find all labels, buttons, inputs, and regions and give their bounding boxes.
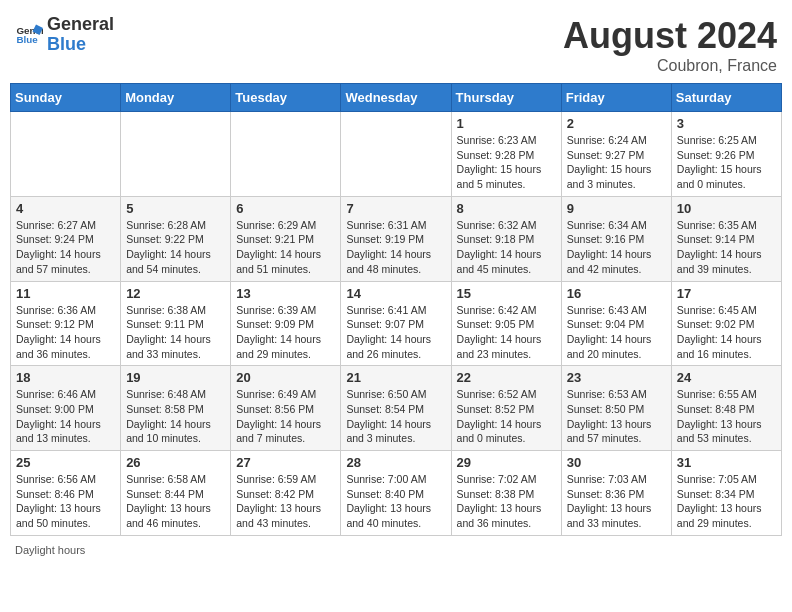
- calendar-header-row: SundayMondayTuesdayWednesdayThursdayFrid…: [11, 84, 782, 112]
- day-info: Sunrise: 7:00 AMSunset: 8:40 PMDaylight:…: [346, 472, 445, 531]
- day-number: 26: [126, 455, 225, 470]
- calendar-cell: [341, 112, 451, 197]
- calendar-cell: 26Sunrise: 6:58 AMSunset: 8:44 PMDayligh…: [121, 451, 231, 536]
- calendar-cell: 13Sunrise: 6:39 AMSunset: 9:09 PMDayligh…: [231, 281, 341, 366]
- calendar-cell: 1Sunrise: 6:23 AMSunset: 9:28 PMDaylight…: [451, 112, 561, 197]
- day-number: 9: [567, 201, 666, 216]
- day-number: 25: [16, 455, 115, 470]
- calendar-cell: 23Sunrise: 6:53 AMSunset: 8:50 PMDayligh…: [561, 366, 671, 451]
- calendar-cell: 20Sunrise: 6:49 AMSunset: 8:56 PMDayligh…: [231, 366, 341, 451]
- day-info: Sunrise: 6:56 AMSunset: 8:46 PMDaylight:…: [16, 472, 115, 531]
- day-number: 17: [677, 286, 776, 301]
- logo: General Blue General Blue: [15, 15, 114, 55]
- calendar-cell: 14Sunrise: 6:41 AMSunset: 9:07 PMDayligh…: [341, 281, 451, 366]
- day-info: Sunrise: 6:52 AMSunset: 8:52 PMDaylight:…: [457, 387, 556, 446]
- day-number: 19: [126, 370, 225, 385]
- day-info: Sunrise: 6:49 AMSunset: 8:56 PMDaylight:…: [236, 387, 335, 446]
- header: General Blue General Blue August 2024 Co…: [10, 10, 782, 75]
- calendar-cell: 7Sunrise: 6:31 AMSunset: 9:19 PMDaylight…: [341, 196, 451, 281]
- calendar-cell: 5Sunrise: 6:28 AMSunset: 9:22 PMDaylight…: [121, 196, 231, 281]
- calendar-cell: 6Sunrise: 6:29 AMSunset: 9:21 PMDaylight…: [231, 196, 341, 281]
- day-info: Sunrise: 6:39 AMSunset: 9:09 PMDaylight:…: [236, 303, 335, 362]
- calendar-week-row: 4Sunrise: 6:27 AMSunset: 9:24 PMDaylight…: [11, 196, 782, 281]
- calendar-cell: [231, 112, 341, 197]
- calendar-cell: 16Sunrise: 6:43 AMSunset: 9:04 PMDayligh…: [561, 281, 671, 366]
- day-number: 18: [16, 370, 115, 385]
- day-info: Sunrise: 6:24 AMSunset: 9:27 PMDaylight:…: [567, 133, 666, 192]
- calendar-cell: 12Sunrise: 6:38 AMSunset: 9:11 PMDayligh…: [121, 281, 231, 366]
- calendar-cell: 11Sunrise: 6:36 AMSunset: 9:12 PMDayligh…: [11, 281, 121, 366]
- day-number: 12: [126, 286, 225, 301]
- calendar-week-row: 25Sunrise: 6:56 AMSunset: 8:46 PMDayligh…: [11, 451, 782, 536]
- calendar-cell: 21Sunrise: 6:50 AMSunset: 8:54 PMDayligh…: [341, 366, 451, 451]
- day-info: Sunrise: 6:45 AMSunset: 9:02 PMDaylight:…: [677, 303, 776, 362]
- footer: Daylight hours: [10, 544, 782, 556]
- calendar-cell: 30Sunrise: 7:03 AMSunset: 8:36 PMDayligh…: [561, 451, 671, 536]
- calendar-day-header: Sunday: [11, 84, 121, 112]
- day-info: Sunrise: 6:34 AMSunset: 9:16 PMDaylight:…: [567, 218, 666, 277]
- day-number: 20: [236, 370, 335, 385]
- day-number: 21: [346, 370, 445, 385]
- calendar-day-header: Thursday: [451, 84, 561, 112]
- day-info: Sunrise: 6:32 AMSunset: 9:18 PMDaylight:…: [457, 218, 556, 277]
- day-info: Sunrise: 6:25 AMSunset: 9:26 PMDaylight:…: [677, 133, 776, 192]
- day-number: 31: [677, 455, 776, 470]
- day-info: Sunrise: 6:23 AMSunset: 9:28 PMDaylight:…: [457, 133, 556, 192]
- day-info: Sunrise: 6:29 AMSunset: 9:21 PMDaylight:…: [236, 218, 335, 277]
- calendar-cell: 8Sunrise: 6:32 AMSunset: 9:18 PMDaylight…: [451, 196, 561, 281]
- day-number: 23: [567, 370, 666, 385]
- day-info: Sunrise: 6:42 AMSunset: 9:05 PMDaylight:…: [457, 303, 556, 362]
- day-number: 15: [457, 286, 556, 301]
- day-info: Sunrise: 6:48 AMSunset: 8:58 PMDaylight:…: [126, 387, 225, 446]
- day-number: 8: [457, 201, 556, 216]
- day-number: 1: [457, 116, 556, 131]
- day-number: 14: [346, 286, 445, 301]
- calendar-cell: 10Sunrise: 6:35 AMSunset: 9:14 PMDayligh…: [671, 196, 781, 281]
- day-number: 28: [346, 455, 445, 470]
- day-number: 11: [16, 286, 115, 301]
- day-number: 3: [677, 116, 776, 131]
- calendar-cell: 19Sunrise: 6:48 AMSunset: 8:58 PMDayligh…: [121, 366, 231, 451]
- calendar-day-header: Monday: [121, 84, 231, 112]
- day-info: Sunrise: 6:36 AMSunset: 9:12 PMDaylight:…: [16, 303, 115, 362]
- calendar-cell: 18Sunrise: 6:46 AMSunset: 9:00 PMDayligh…: [11, 366, 121, 451]
- title-block: August 2024 Coubron, France: [563, 15, 777, 75]
- daylight-label: Daylight hours: [15, 544, 85, 556]
- day-number: 2: [567, 116, 666, 131]
- day-info: Sunrise: 6:50 AMSunset: 8:54 PMDaylight:…: [346, 387, 445, 446]
- day-number: 6: [236, 201, 335, 216]
- calendar-cell: 28Sunrise: 7:00 AMSunset: 8:40 PMDayligh…: [341, 451, 451, 536]
- logo-icon: General Blue: [15, 21, 43, 49]
- calendar-cell: 24Sunrise: 6:55 AMSunset: 8:48 PMDayligh…: [671, 366, 781, 451]
- calendar-cell: [11, 112, 121, 197]
- day-info: Sunrise: 6:27 AMSunset: 9:24 PMDaylight:…: [16, 218, 115, 277]
- day-number: 30: [567, 455, 666, 470]
- day-number: 10: [677, 201, 776, 216]
- day-number: 27: [236, 455, 335, 470]
- svg-text:Blue: Blue: [16, 34, 38, 45]
- calendar-cell: 17Sunrise: 6:45 AMSunset: 9:02 PMDayligh…: [671, 281, 781, 366]
- calendar-cell: [121, 112, 231, 197]
- calendar-cell: 4Sunrise: 6:27 AMSunset: 9:24 PMDaylight…: [11, 196, 121, 281]
- logo-general-text: General: [47, 15, 114, 35]
- title-location: Coubron, France: [563, 57, 777, 75]
- calendar-cell: 29Sunrise: 7:02 AMSunset: 8:38 PMDayligh…: [451, 451, 561, 536]
- calendar-cell: 9Sunrise: 6:34 AMSunset: 9:16 PMDaylight…: [561, 196, 671, 281]
- day-number: 4: [16, 201, 115, 216]
- calendar-week-row: 11Sunrise: 6:36 AMSunset: 9:12 PMDayligh…: [11, 281, 782, 366]
- day-info: Sunrise: 6:35 AMSunset: 9:14 PMDaylight:…: [677, 218, 776, 277]
- day-info: Sunrise: 6:59 AMSunset: 8:42 PMDaylight:…: [236, 472, 335, 531]
- calendar-day-header: Friday: [561, 84, 671, 112]
- day-info: Sunrise: 6:55 AMSunset: 8:48 PMDaylight:…: [677, 387, 776, 446]
- calendar-week-row: 1Sunrise: 6:23 AMSunset: 9:28 PMDaylight…: [11, 112, 782, 197]
- day-info: Sunrise: 6:43 AMSunset: 9:04 PMDaylight:…: [567, 303, 666, 362]
- title-month: August 2024: [563, 15, 777, 57]
- calendar-cell: 15Sunrise: 6:42 AMSunset: 9:05 PMDayligh…: [451, 281, 561, 366]
- day-number: 5: [126, 201, 225, 216]
- calendar-week-row: 18Sunrise: 6:46 AMSunset: 9:00 PMDayligh…: [11, 366, 782, 451]
- day-info: Sunrise: 7:02 AMSunset: 8:38 PMDaylight:…: [457, 472, 556, 531]
- day-info: Sunrise: 6:46 AMSunset: 9:00 PMDaylight:…: [16, 387, 115, 446]
- day-info: Sunrise: 6:38 AMSunset: 9:11 PMDaylight:…: [126, 303, 225, 362]
- day-info: Sunrise: 6:28 AMSunset: 9:22 PMDaylight:…: [126, 218, 225, 277]
- day-info: Sunrise: 6:31 AMSunset: 9:19 PMDaylight:…: [346, 218, 445, 277]
